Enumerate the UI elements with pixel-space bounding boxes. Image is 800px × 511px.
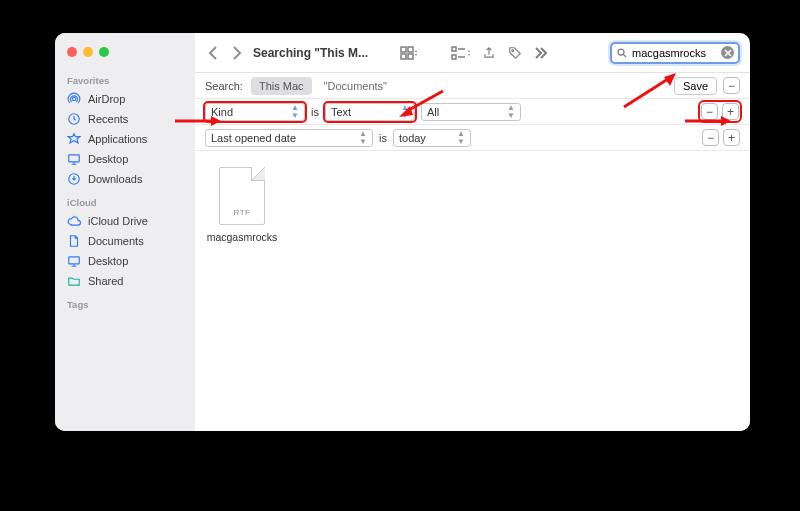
- desktop-icon: [67, 254, 81, 268]
- view-icons-button[interactable]: [398, 46, 420, 60]
- remove-rule-button[interactable]: −: [702, 129, 719, 146]
- sidebar-item-applications[interactable]: Applications: [55, 129, 195, 149]
- finder-window: Favorites AirDrop Recents Applications D…: [55, 33, 750, 431]
- svg-rect-6: [408, 47, 413, 52]
- rule-value-select[interactable]: today ▲▼: [393, 129, 471, 147]
- sidebar-item-label: Shared: [88, 275, 123, 287]
- share-button[interactable]: [480, 46, 498, 60]
- sidebar-item-shared[interactable]: Shared: [55, 271, 195, 291]
- rule-buttons-group: − +: [700, 102, 740, 121]
- rule-attribute-select[interactable]: Last opened date ▲▼: [205, 129, 373, 147]
- tag-icon: [508, 46, 522, 60]
- clock-icon: [67, 112, 81, 126]
- shared-folder-icon: [67, 274, 81, 288]
- group-by-button[interactable]: [450, 46, 472, 60]
- x-icon: [724, 49, 732, 57]
- select-value: today: [399, 132, 426, 144]
- scope-label: Search:: [205, 80, 243, 92]
- sidebar: Favorites AirDrop Recents Applications D…: [55, 33, 195, 431]
- minimize-window-button[interactable]: [83, 47, 93, 57]
- chevron-updown-icon: ▲▼: [285, 104, 299, 120]
- sidebar-item-desktop[interactable]: Desktop: [55, 149, 195, 169]
- grid-icon: [400, 46, 418, 60]
- svg-rect-7: [401, 54, 406, 59]
- save-search-button[interactable]: Save: [674, 77, 717, 95]
- sidebar-item-label: Documents: [88, 235, 144, 247]
- scope-documents[interactable]: "Documents": [318, 77, 393, 95]
- chevron-updown-icon: ▲▼: [395, 104, 409, 120]
- svg-point-0: [72, 97, 76, 101]
- rule-value-select[interactable]: Text ▲▼: [325, 103, 415, 121]
- svg-rect-9: [452, 47, 456, 51]
- downloads-icon: [67, 172, 81, 186]
- share-icon: [482, 46, 496, 60]
- forward-button[interactable]: [229, 46, 245, 60]
- add-rule-button[interactable]: +: [722, 103, 739, 120]
- chevron-right-icon: [232, 46, 242, 60]
- sidebar-item-label: Desktop: [88, 255, 128, 267]
- search-rule-row-2: Last opened date ▲▼ is today ▲▼ − +: [195, 125, 750, 151]
- sidebar-item-label: Applications: [88, 133, 147, 145]
- sidebar-item-desktop-icloud[interactable]: Desktop: [55, 251, 195, 271]
- rule-attribute-select[interactable]: Kind ▲▼: [205, 103, 305, 121]
- back-button[interactable]: [205, 46, 221, 60]
- sidebar-item-downloads[interactable]: Downloads: [55, 169, 195, 189]
- sidebar-item-icloud-drive[interactable]: iCloud Drive: [55, 211, 195, 231]
- file-name: macgasmrocks: [207, 231, 278, 243]
- tags-button[interactable]: [506, 46, 524, 60]
- remove-rule-button[interactable]: −: [701, 103, 718, 120]
- search-icon: [616, 47, 628, 59]
- svg-rect-4: [69, 257, 80, 264]
- sidebar-section-favorites: Favorites: [55, 67, 195, 89]
- chevron-left-icon: [208, 46, 218, 60]
- rtf-file-icon: RTF: [219, 167, 265, 225]
- svg-point-10: [512, 49, 514, 51]
- toolbar: Searching "This M...: [195, 33, 750, 73]
- clear-search-button[interactable]: [721, 46, 734, 59]
- search-scope-bar: Search: This Mac "Documents" Save −: [195, 73, 750, 99]
- rule-extra-select[interactable]: All ▲▼: [421, 103, 521, 121]
- svg-rect-8: [408, 54, 413, 59]
- sidebar-item-documents[interactable]: Documents: [55, 231, 195, 251]
- chevron-updown-icon: ▲▼: [451, 130, 465, 146]
- window-title: Searching "This M...: [253, 46, 368, 60]
- sidebar-item-recents[interactable]: Recents: [55, 109, 195, 129]
- select-value: All: [427, 106, 439, 118]
- group-icon: [451, 46, 471, 60]
- remove-scope-button[interactable]: −: [723, 77, 740, 94]
- cloud-icon: [67, 214, 81, 228]
- chevron-updown-icon: ▲▼: [501, 104, 515, 120]
- sidebar-item-label: Desktop: [88, 153, 128, 165]
- sidebar-item-airdrop[interactable]: AirDrop: [55, 89, 195, 109]
- result-file[interactable]: RTF macgasmrocks: [205, 167, 279, 243]
- window-controls: [55, 41, 195, 67]
- close-window-button[interactable]: [67, 47, 77, 57]
- chevron-double-right-icon: [534, 46, 548, 60]
- add-rule-button[interactable]: +: [723, 129, 740, 146]
- svg-point-11: [618, 49, 624, 55]
- search-field[interactable]: [610, 42, 740, 64]
- desktop-icon: [67, 152, 81, 166]
- scope-this-mac[interactable]: This Mac: [251, 77, 312, 95]
- chevron-updown-icon: ▲▼: [353, 130, 367, 146]
- sidebar-item-label: Downloads: [88, 173, 142, 185]
- file-badge: RTF: [219, 208, 265, 217]
- fullscreen-window-button[interactable]: [99, 47, 109, 57]
- search-input[interactable]: [632, 47, 717, 59]
- rule-op-label: is: [311, 106, 319, 118]
- sidebar-item-label: AirDrop: [88, 93, 125, 105]
- sidebar-item-label: iCloud Drive: [88, 215, 148, 227]
- svg-rect-5: [401, 47, 406, 52]
- airdrop-icon: [67, 92, 81, 106]
- sidebar-section-icloud: iCloud: [55, 189, 195, 211]
- select-value: Kind: [211, 106, 233, 118]
- rule-op-label: is: [379, 132, 387, 144]
- applications-icon: [67, 132, 81, 146]
- rule-buttons-group: − +: [702, 129, 740, 146]
- search-rule-row-1: Kind ▲▼ is Text ▲▼ All ▲▼ − +: [195, 99, 750, 125]
- results-area[interactable]: RTF macgasmrocks: [195, 151, 750, 431]
- sidebar-section-tags: Tags: [55, 291, 195, 313]
- toolbar-overflow-button[interactable]: [532, 46, 550, 60]
- document-icon: [67, 234, 81, 248]
- sidebar-item-label: Recents: [88, 113, 128, 125]
